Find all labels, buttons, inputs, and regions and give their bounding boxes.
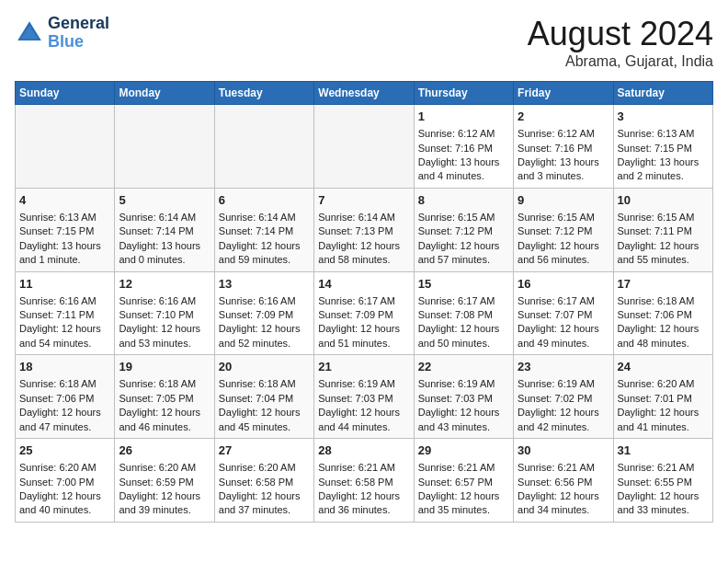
day-info: Sunset: 7:12 PM bbox=[418, 224, 509, 238]
day-info: Sunset: 7:09 PM bbox=[318, 308, 409, 322]
day-info: Sunset: 6:59 PM bbox=[119, 476, 210, 489]
day-info: and 2 minutes. bbox=[618, 169, 709, 183]
day-number: 9 bbox=[518, 192, 609, 209]
day-number: 15 bbox=[418, 276, 509, 293]
day-info: Sunset: 7:15 PM bbox=[618, 142, 709, 155]
day-info: and 44 minutes. bbox=[318, 420, 409, 434]
calendar-cell: 12Sunrise: 6:16 AMSunset: 7:10 PMDayligh… bbox=[115, 271, 214, 355]
day-info: and 53 minutes. bbox=[119, 337, 210, 350]
day-info: Daylight: 12 hours bbox=[418, 406, 509, 419]
calendar-cell: 4Sunrise: 6:13 AMSunset: 7:15 PMDaylight… bbox=[16, 188, 115, 271]
day-number: 20 bbox=[219, 359, 310, 375]
calendar-cell bbox=[214, 105, 313, 189]
day-info: Sunset: 7:00 PM bbox=[19, 476, 110, 489]
calendar-cell: 18Sunrise: 6:18 AMSunset: 7:06 PMDayligh… bbox=[16, 355, 115, 439]
calendar-cell: 2Sunrise: 6:12 AMSunset: 7:16 PMDaylight… bbox=[514, 105, 613, 189]
calendar-cell: 30Sunrise: 6:21 AMSunset: 6:56 PMDayligh… bbox=[514, 439, 613, 523]
day-info: Sunset: 7:11 PM bbox=[19, 308, 110, 322]
day-info: and 57 minutes. bbox=[418, 253, 509, 267]
day-info: Sunset: 6:55 PM bbox=[618, 476, 709, 489]
day-info: Sunrise: 6:17 AM bbox=[418, 294, 509, 308]
day-info: Sunrise: 6:12 AM bbox=[518, 127, 609, 141]
day-info: Daylight: 13 hours bbox=[618, 155, 709, 169]
day-info: and 50 minutes. bbox=[418, 337, 509, 350]
weekday-header: Saturday bbox=[613, 82, 712, 105]
calendar-cell: 17Sunrise: 6:18 AMSunset: 7:06 PMDayligh… bbox=[613, 271, 712, 355]
day-info: and 52 minutes. bbox=[219, 337, 310, 350]
day-info: Sunrise: 6:20 AM bbox=[19, 461, 110, 475]
day-info: Sunrise: 6:13 AM bbox=[618, 127, 709, 141]
day-number: 27 bbox=[219, 442, 310, 459]
calendar-cell: 20Sunrise: 6:18 AMSunset: 7:04 PMDayligh… bbox=[214, 355, 313, 439]
day-number: 24 bbox=[618, 359, 709, 375]
day-info: and 47 minutes. bbox=[19, 420, 110, 434]
day-info: and 1 minute. bbox=[19, 253, 110, 267]
day-info: Sunset: 7:07 PM bbox=[518, 308, 609, 322]
day-info: Sunrise: 6:15 AM bbox=[418, 211, 509, 224]
day-info: Sunrise: 6:21 AM bbox=[318, 461, 409, 475]
day-number: 17 bbox=[618, 276, 709, 293]
day-info: Daylight: 12 hours bbox=[418, 322, 509, 336]
day-number: 26 bbox=[119, 442, 210, 459]
day-info: Daylight: 12 hours bbox=[418, 239, 509, 253]
day-info: Sunset: 7:06 PM bbox=[19, 392, 110, 406]
day-info: Sunset: 7:09 PM bbox=[219, 308, 310, 322]
day-info: Sunset: 7:15 PM bbox=[19, 224, 110, 238]
day-info: Daylight: 12 hours bbox=[19, 489, 110, 503]
day-info: Sunrise: 6:21 AM bbox=[418, 461, 509, 475]
day-info: and 35 minutes. bbox=[418, 503, 509, 517]
day-info: Sunrise: 6:20 AM bbox=[618, 377, 709, 391]
day-info: Daylight: 12 hours bbox=[518, 406, 609, 419]
month-title: August 2024 bbox=[528, 15, 713, 53]
day-number: 21 bbox=[318, 359, 409, 375]
day-number: 25 bbox=[19, 442, 110, 459]
calendar-table: SundayMondayTuesdayWednesdayThursdayFrid… bbox=[15, 81, 713, 523]
weekday-header: Wednesday bbox=[314, 82, 414, 105]
day-info: Sunrise: 6:16 AM bbox=[119, 294, 210, 308]
calendar-cell: 8Sunrise: 6:15 AMSunset: 7:12 PMDaylight… bbox=[414, 188, 513, 271]
day-number: 22 bbox=[418, 359, 509, 375]
day-info: Daylight: 12 hours bbox=[618, 406, 709, 419]
calendar-cell: 11Sunrise: 6:16 AMSunset: 7:11 PMDayligh… bbox=[16, 271, 115, 355]
day-info: and 39 minutes. bbox=[119, 503, 210, 517]
day-number: 2 bbox=[518, 109, 609, 125]
day-info: Sunset: 7:03 PM bbox=[418, 392, 509, 406]
day-info: Sunrise: 6:19 AM bbox=[418, 377, 509, 391]
day-number: 18 bbox=[19, 359, 110, 375]
day-info: Daylight: 12 hours bbox=[219, 322, 310, 336]
day-info: Sunset: 7:08 PM bbox=[418, 308, 509, 322]
day-info: Sunrise: 6:15 AM bbox=[618, 211, 709, 224]
calendar-cell: 31Sunrise: 6:21 AMSunset: 6:55 PMDayligh… bbox=[613, 439, 712, 523]
logo-icon bbox=[15, 18, 44, 48]
calendar-cell: 22Sunrise: 6:19 AMSunset: 7:03 PMDayligh… bbox=[414, 355, 513, 439]
day-info: Daylight: 12 hours bbox=[119, 322, 210, 336]
calendar-week: 18Sunrise: 6:18 AMSunset: 7:06 PMDayligh… bbox=[16, 355, 713, 439]
day-number: 23 bbox=[518, 359, 609, 375]
day-number: 12 bbox=[119, 276, 210, 293]
day-number: 1 bbox=[418, 109, 509, 125]
day-info: Sunrise: 6:14 AM bbox=[219, 211, 310, 224]
day-number: 6 bbox=[219, 192, 310, 209]
day-info: Sunset: 7:16 PM bbox=[518, 142, 609, 155]
day-info: Daylight: 12 hours bbox=[418, 489, 509, 503]
day-info: Sunrise: 6:18 AM bbox=[119, 377, 210, 391]
day-info: Sunset: 7:03 PM bbox=[318, 392, 409, 406]
day-info: Sunrise: 6:19 AM bbox=[518, 377, 609, 391]
day-info: Daylight: 12 hours bbox=[318, 322, 409, 336]
day-info: Sunset: 7:16 PM bbox=[418, 142, 509, 155]
day-number: 31 bbox=[618, 442, 709, 459]
location: Abrama, Gujarat, India bbox=[528, 53, 713, 70]
day-info: and 37 minutes. bbox=[219, 503, 310, 517]
calendar-cell: 26Sunrise: 6:20 AMSunset: 6:59 PMDayligh… bbox=[115, 439, 214, 523]
day-info: and 58 minutes. bbox=[318, 253, 409, 267]
day-info: Sunset: 7:04 PM bbox=[219, 392, 310, 406]
calendar-cell: 27Sunrise: 6:20 AMSunset: 6:58 PMDayligh… bbox=[214, 439, 313, 523]
day-info: Daylight: 12 hours bbox=[318, 239, 409, 253]
calendar-week: 1Sunrise: 6:12 AMSunset: 7:16 PMDaylight… bbox=[16, 105, 713, 189]
day-info: Sunset: 7:14 PM bbox=[219, 224, 310, 238]
day-info: and 40 minutes. bbox=[19, 503, 110, 517]
day-info: Sunset: 7:13 PM bbox=[318, 224, 409, 238]
day-info: Daylight: 12 hours bbox=[518, 239, 609, 253]
day-info: Sunrise: 6:19 AM bbox=[318, 377, 409, 391]
day-info: Daylight: 12 hours bbox=[318, 489, 409, 503]
